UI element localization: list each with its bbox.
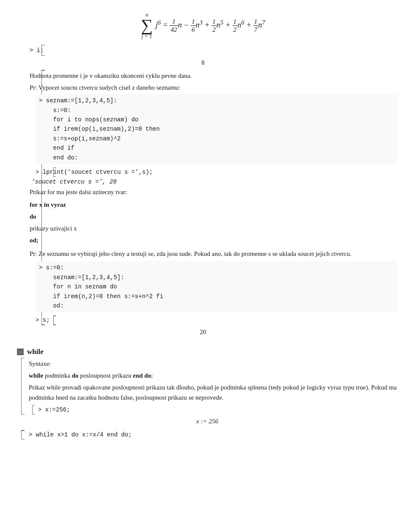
code-block-2: > s:=0: seznam:=[1,2,3,4,5]: for n in se… <box>36 261 398 312</box>
prompt-i: > i; <box>30 46 398 55</box>
text-line-4: Pr: Ze seznamu se vybiraji jeho cleny a … <box>30 248 398 261</box>
while-syntax-line: while podminka do posloupnost prikazu en… <box>29 370 398 381</box>
while-outer-bracket-2 <box>21 430 22 439</box>
bracket-i <box>41 45 42 56</box>
while-outer-bracket <box>21 358 22 414</box>
page: n ∑ j = 1 j6 = 142n − 16n3 + 12n5 + 12n6… <box>0 4 406 532</box>
inner-bracket-4 <box>53 315 54 325</box>
x256-block: > x:=256; <box>29 405 398 414</box>
while-section: − while Syntaxe: while podminka do poslo… <box>0 343 406 440</box>
prompt-lprint: > lprint('soucet ctvercu s =',s); <box>36 167 398 177</box>
syntaxe-label: Syntaxe: <box>29 358 398 370</box>
code-block-1-wrap: > seznam:=[1,2,3,4,5]: s:=0: for i to no… <box>30 94 398 164</box>
code-block-1: > seznam:=[1,2,3,4,5]: s:=0: for i to no… <box>36 94 398 164</box>
result-20: 20 <box>0 325 406 339</box>
prompt-while: > while x>1 do x:=x/4 end do; <box>29 430 398 439</box>
text-line-1: Hodnota promenne i je v okamziku ukoncen… <box>30 70 398 82</box>
result-x256: x := 256 <box>8 414 406 428</box>
formula-section: n ∑ j = 1 j6 = 142n − 16n3 + 12n5 + 12n6… <box>0 4 406 45</box>
code-block-2-wrap: > s:=0: seznam:=[1,2,3,4,5]: for n in se… <box>30 261 398 312</box>
while-prompt-block: > while x>1 do x:=x/4 end do; <box>20 430 398 439</box>
result-soucet: 'soucet ctvercu s =', 20 <box>30 178 398 185</box>
text-block-1: Hodnota promenne i je v okamziku ukoncen… <box>21 70 398 325</box>
while-header: − while <box>8 343 406 358</box>
text-line-3: Prikaz for ma jeste dalsi uzitecny tvar: <box>30 185 398 198</box>
inner-bracket-2 <box>53 167 54 177</box>
result-x-val: x := 256 <box>196 418 218 425</box>
while-content: Syntaxe: while podminka do posloupnost p… <box>20 358 398 414</box>
lprint-block: > lprint('soucet ctvercu s =',s); <box>30 167 398 177</box>
while-desc: Prikaz while provadi opakovane posloupno… <box>29 381 398 403</box>
for-syntax-bold: for x in vyraz <box>30 198 398 211</box>
inner-bracket-5 <box>32 405 33 414</box>
prompt-s: > s; <box>36 315 398 325</box>
result-8: 8 <box>0 56 406 70</box>
i-block: > i; <box>21 45 398 56</box>
od-label: od; <box>30 234 398 248</box>
collapse-button[interactable]: − <box>17 348 24 355</box>
formula-expression: j6 = 142n − 16n3 + 12n5 + 12n6 + 17n7 <box>156 21 265 29</box>
sum-symbol: n ∑ j = 1 <box>141 12 153 40</box>
s-prompt-block: > s; <box>30 315 398 325</box>
do-label: do <box>30 211 398 222</box>
prompt-x256: > x:=256; <box>38 405 398 414</box>
prikazy-line: prikazy uzivajici x <box>30 222 398 234</box>
while-title: while <box>27 348 44 356</box>
text-line-2: Pr: Vypocet souctu ctvercu sudych cisel … <box>30 82 398 93</box>
